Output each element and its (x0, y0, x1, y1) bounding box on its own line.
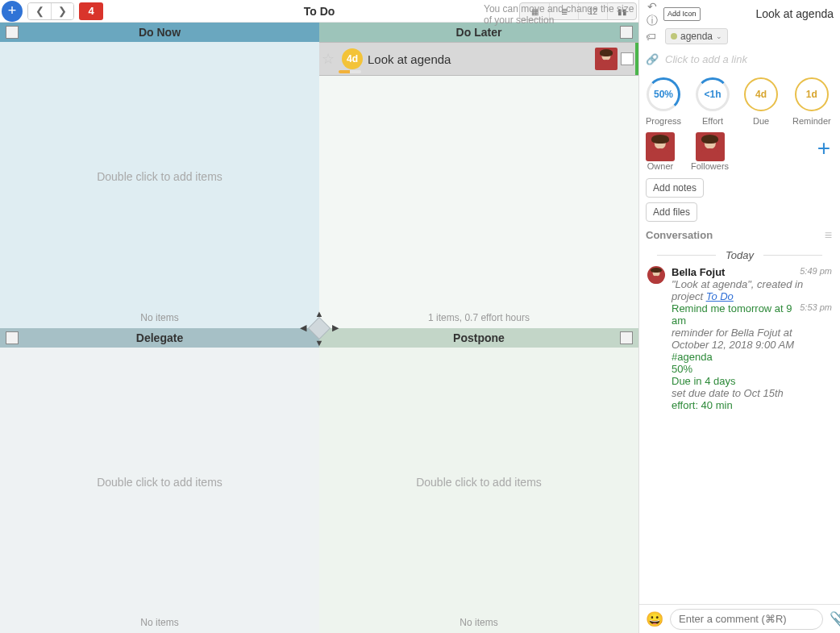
info-icon[interactable]: ⓘ (646, 15, 659, 27)
attachment-icon[interactable]: 📎 (830, 610, 840, 628)
quadrant-footer: No items (0, 617, 319, 633)
empty-placeholder[interactable]: Double click to add items (0, 348, 319, 618)
add-button[interactable]: + (2, 1, 23, 22)
link-icon: 🔗 (646, 53, 659, 65)
conversation-header: Conversation ≡ (646, 224, 834, 246)
message-avatar[interactable] (647, 266, 665, 284)
message-author: Bella Fojut (672, 266, 725, 278)
metric-label: Progress (646, 116, 681, 126)
toolbar: + ❮ ❯ 4 To Do You can move and change th… (0, 0, 638, 23)
view-calendar-icon[interactable]: 12 (578, 3, 607, 19)
message-line: Due in 4 days (672, 375, 832, 387)
owner[interactable]: Owner (646, 132, 675, 171)
follower-avatar[interactable] (696, 132, 725, 161)
message-line: effort: 40 min (672, 399, 832, 411)
quadrant-header: Do Later (319, 23, 638, 42)
tag-color-dot (671, 33, 677, 40)
quadrant-select-checkbox[interactable] (6, 26, 19, 39)
effort-ring: <1h (696, 77, 730, 111)
message-time: 5:53 pm (800, 302, 832, 312)
conversation-message: 5:49 pm Bella Fojut "Look at agenda", cr… (647, 266, 832, 411)
metric-label: Due (753, 116, 769, 126)
metric-progress[interactable]: 50% Progress (646, 77, 681, 126)
quadrant-header: Do Now (0, 23, 319, 42)
tag-chip[interactable]: agenda ⌄ (665, 28, 728, 44)
due-ring: 4d (744, 77, 778, 111)
view-chart-icon[interactable]: ▮▮ (607, 3, 636, 19)
progress-ring: 50% (647, 77, 680, 111)
message-line: reminder for Bella Fojut at October 12, … (672, 327, 832, 351)
tag-label: agenda (680, 31, 713, 42)
quadrant-footer: No items (319, 617, 638, 633)
emoji-icon[interactable]: 😀 (646, 610, 663, 628)
nav-back-button[interactable]: ❮ (28, 3, 51, 19)
view-grid-icon[interactable]: ▦ (520, 3, 549, 19)
metric-label: Effort (702, 116, 723, 126)
quadrant-footer: 1 items, 0.7 effort hours (319, 312, 638, 328)
detail-title[interactable]: Look at agenda (705, 7, 834, 20)
quadrant-do-later[interactable]: Do Later ☆ 4d Look at agenda 1 items, 0.… (319, 23, 638, 328)
quadrant-footer: No items (0, 312, 319, 328)
quadrant-delegate[interactable]: Delegate Double click to add items No it… (0, 328, 319, 634)
star-icon[interactable]: ☆ (319, 50, 337, 68)
conversation-body: Today 5:49 pm Bella Fojut "Look at agend… (639, 246, 840, 604)
quadrant-header: Delegate (0, 328, 319, 348)
reminder-ring: 1d (795, 77, 829, 111)
message-time: 5:49 pm (800, 266, 832, 276)
add-icon-button[interactable]: Add Icon (663, 7, 701, 21)
quadrant-header: Postpone (319, 328, 638, 348)
eisenhower-grid: Do Now Double click to add items No item… (0, 23, 638, 633)
grid-resize-handle[interactable]: ◀▶▲▼ (305, 314, 334, 343)
task-row[interactable]: ☆ 4d Look at agenda (319, 42, 638, 76)
metric-reminder[interactable]: 1d Reminder (792, 77, 831, 126)
metric-due[interactable]: 4d Due (744, 77, 778, 126)
followers[interactable]: Followers (691, 132, 729, 171)
chevron-down-icon[interactable]: ⌄ (716, 32, 722, 40)
quadrant-postpone[interactable]: Postpone Double click to add items No it… (319, 328, 638, 634)
message-line: #agenda (672, 351, 832, 363)
notification-count-badge[interactable]: 4 (79, 2, 103, 20)
view-switcher[interactable]: ▦ ≣ 12 ▮▮ (519, 2, 637, 20)
metrics-row: 50% Progress <1h Effort 4d Due 1d Remind… (646, 69, 834, 129)
add-person-button[interactable]: + (817, 135, 830, 161)
mini-progress-bar (339, 70, 361, 73)
add-files-button[interactable]: Add files (646, 202, 697, 222)
project-link[interactable]: To Do (706, 290, 734, 302)
task-complete-checkbox[interactable] (621, 52, 634, 65)
add-notes-button[interactable]: Add notes (646, 178, 704, 198)
comment-input[interactable] (670, 609, 823, 630)
view-list-icon[interactable]: ≣ (549, 3, 578, 19)
hamburger-icon[interactable]: ≡ (825, 228, 832, 243)
due-chip: 4d (342, 48, 363, 69)
followers-label: Followers (691, 161, 729, 171)
message-line: set due date to Oct 15th (672, 387, 832, 399)
quadrant-select-checkbox[interactable] (620, 26, 633, 39)
quadrant-title: Do Now (0, 26, 319, 39)
assignee-avatar[interactable] (595, 48, 618, 70)
metric-label: Reminder (792, 116, 831, 126)
metric-effort[interactable]: <1h Effort (696, 77, 730, 126)
quadrant-title: Postpone (319, 331, 638, 344)
quadrant-select-checkbox[interactable] (6, 331, 19, 344)
quadrant-do-now[interactable]: Do Now Double click to add items No item… (0, 23, 319, 328)
nav-history: ❮ ❯ (27, 2, 74, 20)
quadrant-select-checkbox[interactable] (620, 331, 633, 344)
quadrant-title: Do Later (319, 26, 638, 39)
message-line: Remind me tomorrow at 9 am (672, 302, 792, 327)
empty-placeholder[interactable]: Double click to add items (0, 42, 319, 312)
message-line: 50% (672, 363, 832, 375)
detail-pane: ↶ ⓘ Add Icon Look at agenda 🏷 agenda ⌄ 🔗… (638, 0, 840, 633)
empty-placeholder[interactable] (319, 76, 638, 312)
owner-label: Owner (647, 161, 673, 171)
add-link-input[interactable]: Click to add a link (665, 53, 747, 65)
nav-forward-button[interactable]: ❯ (51, 3, 73, 19)
tag-icon: 🏷 (646, 31, 659, 43)
quadrant-title: Delegate (0, 331, 319, 344)
people-row: Owner Followers + (646, 129, 834, 176)
undo-icon[interactable]: ↶ (646, 0, 659, 13)
comment-composer: 😀 📎 (639, 604, 840, 633)
empty-placeholder[interactable]: Double click to add items (319, 348, 638, 618)
date-divider: Today (647, 249, 832, 261)
owner-avatar[interactable] (646, 132, 675, 161)
conversation-label: Conversation (646, 229, 713, 241)
